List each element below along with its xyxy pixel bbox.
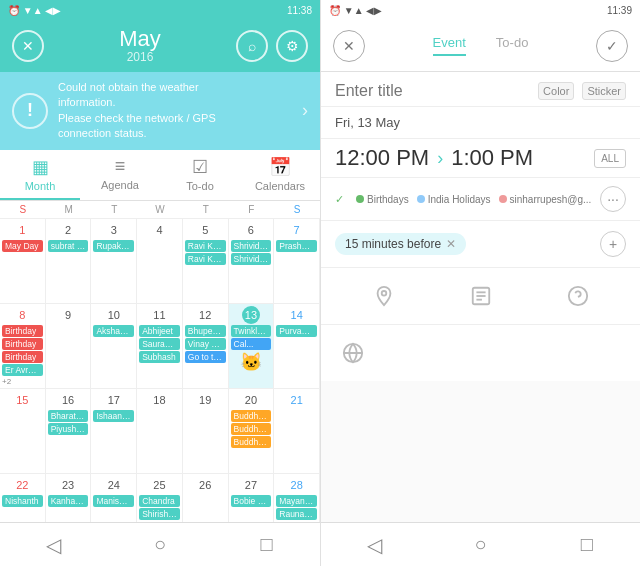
cal-cell-5[interactable]: 5 Ravi Kum Ravi Kum: [183, 219, 229, 304]
event-chip[interactable]: Raunak Su: [276, 508, 317, 520]
cal-cell-14[interactable]: 14 Purvasha: [274, 304, 320, 389]
event-chip[interactable]: Birthday: [2, 338, 43, 350]
globe-button[interactable]: [335, 335, 371, 371]
cal-cell-20[interactable]: 20 Buddha P Buddha P Buddha P: [229, 389, 275, 474]
tab-agenda[interactable]: ≡ Agenda: [80, 150, 160, 200]
end-time[interactable]: 1:00 PM: [451, 145, 533, 171]
event-chip[interactable]: Purvasha: [276, 325, 317, 337]
cal-cell-28[interactable]: 28 Mayank C Raunak Su: [274, 474, 320, 522]
event-chip[interactable]: Er Avrojee: [2, 364, 43, 376]
event-chip[interactable]: Twinkle K: [231, 325, 272, 337]
event-chip[interactable]: Prashanth: [276, 240, 317, 252]
cal-cell-2[interactable]: 2 subrat pa: [46, 219, 92, 304]
event-chip[interactable]: Rupak Ku: [93, 240, 134, 252]
event-chip[interactable]: Bobie Ch: [231, 495, 272, 507]
cal-cell-12[interactable]: 12 Bhupendr Vinay Vin Go to the: [183, 304, 229, 389]
cal-cell-15[interactable]: 15: [0, 389, 46, 474]
cal-cell-6[interactable]: 6 Shrividya Shrividya: [229, 219, 275, 304]
event-chip[interactable]: Cal...: [231, 338, 272, 350]
event-chip[interactable]: May Day: [2, 240, 43, 252]
right-recents-button[interactable]: □: [567, 525, 607, 565]
cal-cell-17[interactable]: 17 Ishaan Ku: [91, 389, 137, 474]
event-chip[interactable]: Ishaan Ku: [93, 410, 134, 422]
sticker-button[interactable]: Sticker: [582, 82, 626, 100]
confirm-button[interactable]: ✓: [596, 30, 628, 62]
event-chip[interactable]: Kanhaiya: [48, 495, 89, 507]
add-reminder-button[interactable]: +: [600, 231, 626, 257]
event-chip[interactable]: Buddha P: [231, 410, 272, 422]
settings-button[interactable]: ⚙: [276, 30, 308, 62]
event-chip[interactable]: Vinay Vin: [185, 338, 226, 350]
cal-cell-24[interactable]: 24 Manish K: [91, 474, 137, 522]
cal-cell-22[interactable]: 22 Nishanth: [0, 474, 46, 522]
color-button[interactable]: Color: [538, 82, 574, 100]
event-chip[interactable]: Mayank C: [276, 495, 317, 507]
event-chip[interactable]: Saurabh J: [139, 338, 180, 350]
event-chip[interactable]: Shrividya: [231, 253, 272, 265]
event-chip[interactable]: Abhijeet: [139, 325, 180, 337]
event-chip[interactable]: Subhash: [139, 351, 180, 363]
cal-cell-27[interactable]: 27 Bobie Ch: [229, 474, 275, 522]
cal-cell-21[interactable]: 21: [274, 389, 320, 474]
event-chip[interactable]: Birthday: [2, 325, 43, 337]
reminder-remove-button[interactable]: ✕: [446, 237, 456, 251]
tab-todo[interactable]: ☑ To-do: [160, 150, 240, 200]
event-chip[interactable]: Ravi Kum: [185, 253, 226, 265]
event-chip[interactable]: Bhupendr: [185, 325, 226, 337]
cal-cell-7[interactable]: 7 Prashanth: [274, 219, 320, 304]
more-calendars-button[interactable]: ···: [600, 186, 626, 212]
event-date-label[interactable]: Fri, 13 May: [335, 115, 626, 130]
cal-cell-16[interactable]: 16 Bharath B Piyush Pi: [46, 389, 92, 474]
tab-todo[interactable]: To-do: [496, 35, 529, 56]
event-chip[interactable]: Buddha P: [231, 423, 272, 435]
start-time[interactable]: 12:00 PM: [335, 145, 429, 171]
cal-cell-18[interactable]: 18: [137, 389, 183, 474]
event-chip[interactable]: subrat pa: [48, 240, 89, 252]
event-chip[interactable]: Shirish Ku: [139, 508, 180, 520]
right-close-button[interactable]: ✕: [333, 30, 365, 62]
calendar-india-holidays[interactable]: India Holidays: [417, 194, 491, 205]
tab-event[interactable]: Event: [433, 35, 466, 56]
notes-button[interactable]: [463, 278, 499, 314]
location-button[interactable]: [366, 278, 402, 314]
help-button[interactable]: [560, 278, 596, 314]
right-back-button[interactable]: ◁: [354, 525, 394, 565]
recents-button[interactable]: □: [247, 525, 287, 565]
calendar-personal[interactable]: sinharrupesh@g...: [499, 194, 592, 205]
cal-cell-25[interactable]: 25 Chandra Shirish Ku: [137, 474, 183, 522]
cal-cell-26[interactable]: 26: [183, 474, 229, 522]
cal-cell-23[interactable]: 23 Kanhaiya: [46, 474, 92, 522]
event-chip[interactable]: Bharath B: [48, 410, 89, 422]
cal-cell-19[interactable]: 19: [183, 389, 229, 474]
event-chip[interactable]: Akshay K: [93, 325, 134, 337]
event-chip[interactable]: Go to the: [185, 351, 226, 363]
title-input[interactable]: [335, 82, 538, 100]
cal-cell-4[interactable]: 4: [137, 219, 183, 304]
home-button[interactable]: ○: [140, 525, 180, 565]
tab-month[interactable]: ▦ Month: [0, 150, 80, 200]
event-chip[interactable]: Piyush Pi: [48, 423, 89, 435]
event-chip[interactable]: Nishanth: [2, 495, 43, 507]
search-button[interactable]: ⌕: [236, 30, 268, 62]
event-chip[interactable]: Chandra: [139, 495, 180, 507]
cal-cell-13-today[interactable]: 13 Twinkle K Cal... 🐱: [229, 304, 275, 389]
event-chip[interactable]: Manish K: [93, 495, 134, 507]
event-chip[interactable]: Birthday: [2, 351, 43, 363]
tab-calendars[interactable]: 📅 Calendars: [240, 150, 320, 200]
event-chip[interactable]: Buddha P: [231, 436, 272, 448]
cal-cell-9[interactable]: 9: [46, 304, 92, 389]
event-chip[interactable]: Ravi Kum: [185, 240, 226, 252]
cal-cell-10[interactable]: 10 Akshay K: [91, 304, 137, 389]
cal-cell-11[interactable]: 11 Abhijeet Saurabh J Subhash: [137, 304, 183, 389]
cal-cell-3[interactable]: 3 Rupak Ku: [91, 219, 137, 304]
cal-cell-8[interactable]: 8 Birthday Birthday Birthday Er Avrojee …: [0, 304, 46, 389]
event-chip[interactable]: Shrividya: [231, 240, 272, 252]
reminder-chip[interactable]: 15 minutes before ✕: [335, 233, 466, 255]
cal-cell-1[interactable]: 1 May Day: [0, 219, 46, 304]
calendar-birthdays[interactable]: Birthdays: [356, 194, 409, 205]
right-home-button[interactable]: ○: [460, 525, 500, 565]
all-day-button[interactable]: ALL: [594, 149, 626, 168]
close-button[interactable]: ✕: [12, 30, 44, 62]
weather-arrow[interactable]: ›: [302, 100, 308, 121]
back-button[interactable]: ◁: [33, 525, 73, 565]
